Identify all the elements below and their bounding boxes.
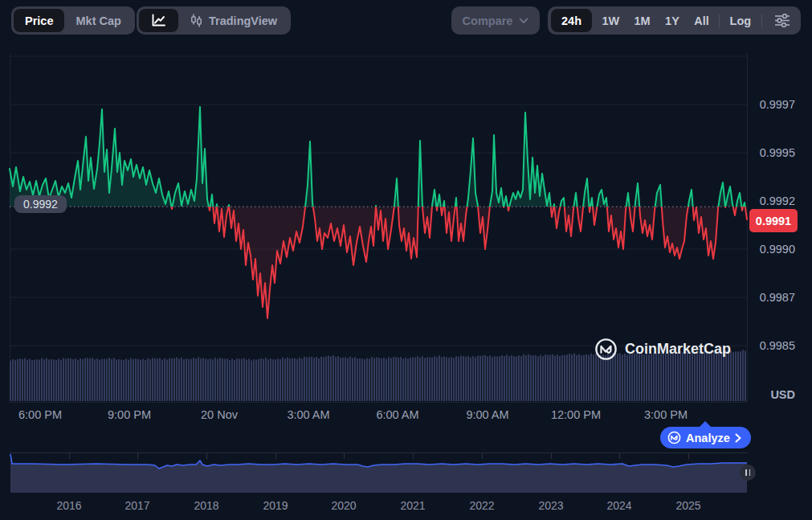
x-axis-label: 3:00 AM — [287, 408, 329, 421]
divider — [761, 14, 762, 27]
y-axis-label: 0.9995 — [745, 146, 795, 159]
y-axis-label: 0.9985 — [745, 339, 795, 352]
navigator-year-label: 2022 — [469, 499, 494, 512]
range-1y[interactable]: 1Y — [660, 14, 684, 27]
range-24h-label: 24h — [561, 14, 581, 27]
x-axis-label: 6:00 PM — [18, 408, 62, 421]
coinmarketcap-logo-icon — [594, 338, 618, 361]
navigator-year-label: 2023 — [538, 499, 563, 512]
line-chart-tab[interactable] — [139, 9, 178, 32]
mktcap-tab-label: Mkt Cap — [75, 14, 120, 27]
chart-type-toggle: TradingView — [137, 6, 291, 35]
current-price-badge: 0.9991 — [749, 209, 798, 232]
y-axis-label: 0.9997 — [745, 98, 795, 111]
time-range-group: 24h 1W 1M 1Y All Log — [548, 6, 801, 35]
navigator-year-label: 2024 — [606, 499, 631, 512]
tradingview-tab-label: TradingView — [209, 14, 277, 27]
x-axis-label: 9:00 PM — [108, 408, 151, 421]
x-axis-label: 12:00 PM — [551, 408, 601, 421]
range-1m[interactable]: 1M — [630, 14, 655, 27]
navigator-year-label: 2019 — [263, 499, 288, 512]
navigator-year-label: 2020 — [331, 499, 356, 512]
range-1w[interactable]: 1W — [597, 14, 624, 27]
navigator-year-label: 2021 — [400, 499, 425, 512]
x-axis-label: 3:00 PM — [644, 408, 688, 421]
x-axis-label: 20 Nov — [201, 408, 238, 421]
price-tab-label: Price — [25, 14, 53, 27]
chevron-right-icon — [735, 433, 741, 443]
navigator-handle[interactable] — [740, 465, 756, 481]
navigator-year-label: 2016 — [56, 499, 81, 512]
baseline-price-label: 0.9992 — [14, 195, 67, 213]
y-axis-label: 0.9987 — [745, 291, 795, 304]
x-axis-label: 9:00 AM — [466, 408, 508, 421]
divider — [719, 14, 720, 27]
coinmarketcap-watermark: CoinMarketCap — [594, 338, 731, 361]
chevron-down-icon — [519, 18, 528, 24]
chart-settings-button[interactable] — [767, 14, 798, 27]
price-mktcap-toggle: Price Mkt Cap — [11, 6, 135, 35]
watermark-text: CoinMarketCap — [625, 341, 731, 358]
candlestick-icon — [190, 13, 203, 28]
analyze-logo-icon — [667, 431, 681, 444]
navigator-year-label: 2017 — [124, 499, 149, 512]
analyze-button-label: Analyze — [686, 432, 730, 444]
analyze-button-tail — [699, 421, 712, 428]
line-chart-icon — [150, 13, 167, 28]
navigator-year-label: 2025 — [675, 499, 700, 512]
sliders-icon — [773, 14, 791, 27]
y-axis-label: 0.9990 — [745, 243, 795, 256]
range-24h[interactable]: 24h — [551, 9, 592, 32]
chart-page: Price Mkt Cap TradingView — [0, 0, 812, 520]
y-axis-label: 0.9992 — [745, 194, 795, 207]
x-axis-label: 6:00 AM — [376, 408, 418, 421]
analyze-button[interactable]: Analyze — [660, 427, 751, 448]
price-tab[interactable]: Price — [14, 9, 64, 32]
compare-label: Compare — [463, 14, 513, 27]
navigator-year-label: 2018 — [194, 499, 218, 512]
mktcap-tab[interactable]: Mkt Cap — [64, 9, 132, 32]
range-all[interactable]: All — [689, 14, 714, 27]
log-scale-toggle[interactable]: Log — [725, 14, 757, 27]
compare-button[interactable]: Compare — [451, 6, 540, 35]
tradingview-tab[interactable]: TradingView — [178, 9, 288, 32]
currency-unit-label: USD — [745, 388, 795, 401]
